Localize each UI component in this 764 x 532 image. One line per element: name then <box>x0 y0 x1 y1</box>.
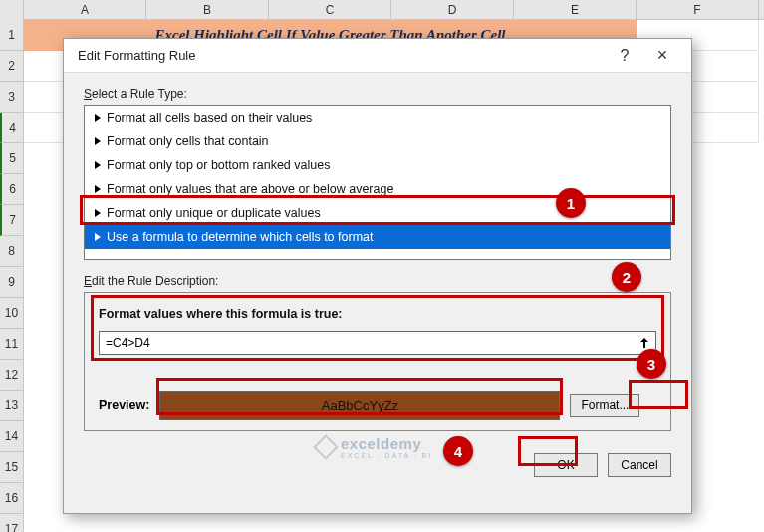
column-header[interactable]: A <box>24 0 146 19</box>
row-header[interactable]: 7 <box>0 205 24 236</box>
row-header[interactable]: 9 <box>0 267 24 298</box>
rule-type-option-selected[interactable]: Use a formula to determine which cells t… <box>85 225 670 249</box>
column-header[interactable]: E <box>514 0 637 19</box>
row-header[interactable]: 4 <box>0 113 24 143</box>
callout-badge-1: 1 <box>556 188 586 218</box>
row-header[interactable]: 3 <box>0 82 24 113</box>
edit-rule-description-label: Edit the Rule Description: <box>84 274 671 288</box>
annotation-box-3 <box>629 380 688 409</box>
column-header[interactable]: D <box>391 0 514 19</box>
rule-type-option[interactable]: Format all cells based on their values <box>85 106 670 130</box>
rule-type-option[interactable]: Format only top or bottom ranked values <box>85 153 670 177</box>
annotation-box-4 <box>518 436 578 466</box>
select-rule-type-label: Select a Rule Type: <box>84 87 671 101</box>
row-header[interactable]: 2 <box>0 51 24 82</box>
watermark-subtext: EXCEL · DATA · BI <box>341 452 432 459</box>
select-all-corner[interactable] <box>0 0 24 20</box>
cancel-button[interactable]: Cancel <box>608 453 671 477</box>
watermark: exceldemy EXCEL · DATA · BI <box>317 435 432 459</box>
watermark-logo-icon <box>313 434 338 459</box>
watermark-text: exceldemy <box>341 435 432 452</box>
close-button[interactable]: × <box>643 42 681 70</box>
callout-badge-3: 3 <box>637 349 666 379</box>
row-header[interactable]: 8 <box>0 236 24 267</box>
column-header-row: A B C D E F <box>0 0 764 20</box>
row-header[interactable]: 16 <box>0 483 24 514</box>
column-header[interactable]: C <box>269 0 391 19</box>
rule-type-option[interactable]: Format only cells that contain <box>85 130 670 153</box>
bullet-icon <box>95 233 101 241</box>
annotation-box-2 <box>91 295 664 361</box>
dialog-title: Edit Formatting Rule <box>78 48 606 63</box>
row-header[interactable]: 13 <box>0 391 24 421</box>
row-header[interactable]: 6 <box>0 174 24 205</box>
callout-badge-4: 4 <box>443 436 473 466</box>
row-header[interactable]: 12 <box>0 360 24 391</box>
row-header[interactable]: 11 <box>0 329 24 360</box>
row-header[interactable]: 5 <box>0 143 24 174</box>
callout-badge-2: 2 <box>612 262 641 292</box>
row-header[interactable]: 10 <box>0 298 24 329</box>
annotation-box-1 <box>80 195 675 225</box>
row-header[interactable]: 15 <box>0 452 24 483</box>
bullet-icon <box>95 185 101 193</box>
preview-label: Preview: <box>99 399 149 412</box>
row-header[interactable]: 14 <box>0 421 24 452</box>
column-header[interactable]: B <box>146 0 269 19</box>
annotation-box-preview <box>156 378 563 415</box>
row-header[interactable]: 17 <box>0 514 24 532</box>
row-header-column: 1 2 3 4 5 6 7 8 9 10 11 12 13 14 15 16 1… <box>0 20 24 532</box>
bullet-icon <box>95 114 101 122</box>
dialog-titlebar: Edit Formatting Rule ? × <box>64 39 691 73</box>
column-header[interactable]: F <box>637 0 759 19</box>
help-button[interactable]: ? <box>606 42 643 70</box>
bullet-icon <box>95 161 101 169</box>
row-header[interactable]: 1 <box>0 20 24 51</box>
bullet-icon <box>95 137 101 145</box>
rule-type-listbox[interactable]: Format all cells based on their values F… <box>84 105 671 260</box>
